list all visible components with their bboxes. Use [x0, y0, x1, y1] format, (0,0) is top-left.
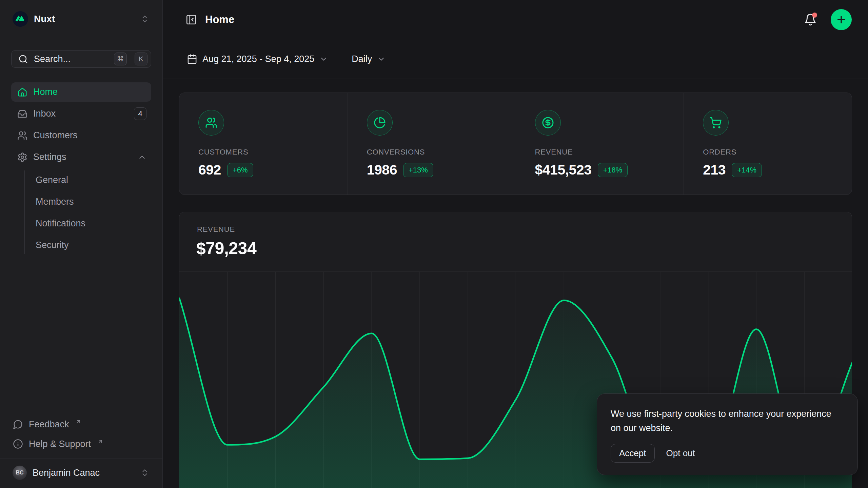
help-support-link[interactable]: Help & Support: [11, 434, 151, 454]
sidebar-item-customers[interactable]: Customers: [11, 126, 151, 145]
stats-row: CUSTOMERS 692 +6% CONVERSIONS 1986 +13% …: [179, 93, 852, 195]
notification-dot: [812, 13, 817, 18]
chevron-down-icon: [319, 55, 328, 63]
sidebar-item-settings[interactable]: Settings: [11, 147, 151, 167]
user-menu[interactable]: BC Benjamin Canac: [11, 459, 151, 488]
info-circle-icon: [13, 439, 23, 449]
stat-label: CUSTOMERS: [198, 148, 334, 157]
chevrons-up-down-icon: [140, 15, 149, 23]
stat-card-revenue[interactable]: REVENUE $415,523 +18%: [516, 93, 684, 195]
accept-cookies-button[interactable]: Accept: [611, 444, 655, 463]
inbox-count-badge: 4: [134, 107, 146, 120]
settings-gear-icon: [17, 152, 27, 162]
sidebar-footer: Feedback Help & Support BC Benjamin Cana…: [11, 414, 151, 488]
stat-value: 692: [198, 162, 221, 178]
avatar: BC: [13, 466, 27, 480]
sidebar-item-members[interactable]: Members: [36, 191, 151, 212]
users-icon: [198, 110, 224, 136]
calendar-icon: [187, 54, 197, 64]
chevron-up-icon: [138, 153, 146, 162]
sidebar-item-label: Home: [33, 87, 146, 97]
inbox-icon: [17, 109, 27, 119]
sidebar-item-label: Settings: [33, 152, 132, 162]
cookie-message: We use first-party cookies to enhance yo…: [611, 407, 844, 435]
home-icon: [17, 87, 27, 97]
workspace-name: Nuxt: [34, 14, 135, 24]
stat-value: 1986: [367, 162, 397, 178]
stat-card-conversions[interactable]: CONVERSIONS 1986 +13%: [348, 93, 516, 195]
stat-delta-badge: +14%: [732, 163, 762, 177]
sidebar-item-label: Inbox: [33, 108, 128, 119]
plus-icon: [836, 14, 847, 25]
page-title: Home: [205, 14, 234, 26]
stat-label: REVENUE: [535, 148, 670, 157]
sidebar-item-home[interactable]: Home: [11, 82, 151, 102]
circle-dollar-icon: [535, 110, 561, 136]
stat-card-customers[interactable]: CUSTOMERS 692 +6%: [179, 93, 348, 195]
workspace-switcher[interactable]: Nuxt: [11, 8, 151, 30]
cookie-banner: We use first-party cookies to enhance yo…: [597, 393, 858, 475]
add-button[interactable]: [831, 9, 852, 30]
stat-delta-badge: +18%: [598, 163, 628, 177]
sidebar-item-label: Customers: [33, 130, 146, 141]
nuxt-logo: [13, 11, 28, 27]
revenue-value: $79,234: [196, 239, 852, 258]
opt-out-button[interactable]: Opt out: [665, 444, 696, 462]
sidebar: Nuxt Search... ⌘ K Home Inbox 4: [0, 0, 163, 488]
kbd-k: K: [135, 53, 147, 65]
sidebar-item-notifications[interactable]: Notifications: [36, 212, 151, 234]
chevron-down-icon: [377, 55, 386, 63]
stat-label: CONVERSIONS: [367, 148, 502, 157]
sidebar-item-inbox[interactable]: Inbox 4: [11, 104, 151, 123]
collapse-sidebar-button[interactable]: [185, 14, 197, 25]
topbar: Home: [163, 0, 868, 39]
chevrons-up-down-icon: [140, 468, 149, 477]
kbd-cmd: ⌘: [114, 53, 127, 65]
stat-value: $415,523: [535, 162, 592, 178]
interval-select[interactable]: Daily: [352, 54, 386, 64]
user-name: Benjamin Canac: [33, 468, 135, 478]
sidebar-item-security[interactable]: Security: [36, 234, 151, 256]
search-input[interactable]: Search... ⌘ K: [11, 50, 151, 68]
external-link-icon: [97, 439, 103, 444]
feedback-label: Feedback: [29, 419, 69, 430]
stat-delta-badge: +13%: [403, 163, 433, 177]
date-range-label: Aug 21, 2025 - Sep 4, 2025: [202, 54, 314, 64]
date-range-picker[interactable]: Aug 21, 2025 - Sep 4, 2025: [187, 54, 328, 64]
stat-value: 213: [703, 162, 726, 178]
search-icon: [18, 54, 28, 64]
stat-delta-badge: +6%: [227, 163, 253, 177]
sidebar-nav: Home Inbox 4 Customers Settings Ge: [11, 82, 151, 256]
shopping-cart-icon: [703, 110, 729, 136]
message-bubble-icon: [13, 419, 23, 429]
filter-bar: Aug 21, 2025 - Sep 4, 2025 Daily: [163, 39, 868, 79]
help-support-label: Help & Support: [29, 439, 91, 449]
feedback-link[interactable]: Feedback: [11, 414, 151, 434]
search-placeholder: Search...: [34, 54, 106, 64]
stat-card-orders[interactable]: ORDERS 213 +14%: [684, 93, 852, 195]
external-link-icon: [76, 419, 81, 425]
revenue-label: REVENUE: [197, 225, 852, 234]
stat-label: ORDERS: [703, 148, 838, 157]
users-icon: [17, 130, 27, 141]
settings-subnav: General Members Notifications Security: [11, 169, 151, 256]
pie-chart-icon: [367, 110, 393, 136]
sidebar-item-general[interactable]: General: [36, 169, 151, 191]
notifications-button[interactable]: [803, 12, 818, 27]
interval-label: Daily: [352, 54, 372, 64]
